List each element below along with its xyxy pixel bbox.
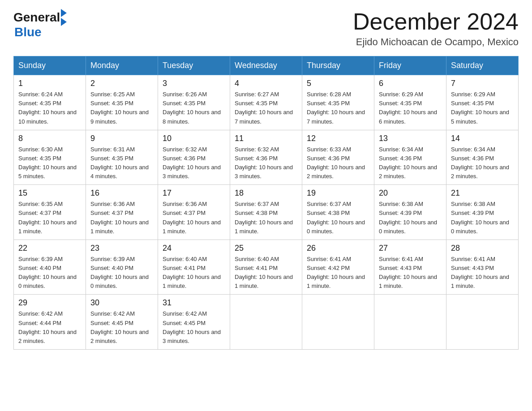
day-info: Sunrise: 6:33 AMSunset: 4:36 PMDaylight:… (307, 146, 365, 180)
day-number: 9 (90, 134, 153, 143)
calendar-cell: 29 Sunrise: 6:42 AMSunset: 4:44 PMDaylig… (14, 295, 86, 350)
day-number: 8 (18, 134, 81, 143)
day-header-wednesday: Wednesday (230, 56, 302, 75)
day-info: Sunrise: 6:29 AMSunset: 4:35 PMDaylight:… (451, 91, 509, 124)
calendar-cell (446, 295, 519, 350)
day-info: Sunrise: 6:42 AMSunset: 4:44 PMDaylight:… (18, 310, 77, 344)
day-number: 15 (18, 188, 81, 198)
day-header-tuesday: Tuesday (158, 56, 230, 75)
day-info: Sunrise: 6:41 AMSunset: 4:43 PMDaylight:… (379, 256, 437, 289)
calendar-week-row: 29 Sunrise: 6:42 AMSunset: 4:44 PMDaylig… (14, 295, 519, 350)
day-number: 31 (163, 298, 225, 308)
days-header-row: SundayMondayTuesdayWednesdayThursdayFrid… (14, 56, 519, 75)
day-number: 28 (451, 244, 514, 253)
calendar-week-row: 1 Sunrise: 6:24 AMSunset: 4:35 PMDayligh… (14, 75, 519, 130)
day-header-monday: Monday (86, 56, 158, 75)
day-info: Sunrise: 6:40 AMSunset: 4:41 PMDaylight:… (235, 256, 293, 289)
calendar-cell: 20 Sunrise: 6:38 AMSunset: 4:39 PMDaylig… (374, 185, 446, 240)
calendar-cell (302, 295, 374, 350)
day-info: Sunrise: 6:34 AMSunset: 4:36 PMDaylight:… (379, 146, 437, 180)
day-number: 10 (163, 134, 225, 143)
day-number: 16 (90, 188, 153, 198)
day-number: 17 (163, 188, 225, 198)
day-info: Sunrise: 6:40 AMSunset: 4:41 PMDaylight:… (163, 256, 221, 289)
calendar-cell: 5 Sunrise: 6:28 AMSunset: 4:35 PMDayligh… (302, 75, 374, 130)
day-number: 3 (163, 79, 225, 88)
day-header-sunday: Sunday (14, 56, 86, 75)
calendar-cell: 22 Sunrise: 6:39 AMSunset: 4:40 PMDaylig… (14, 240, 86, 295)
day-info: Sunrise: 6:36 AMSunset: 4:37 PMDaylight:… (163, 201, 221, 234)
calendar-cell (230, 295, 302, 350)
calendar-table: SundayMondayTuesdayWednesdayThursdayFrid… (13, 56, 519, 350)
day-number: 14 (451, 134, 514, 143)
calendar-cell: 12 Sunrise: 6:33 AMSunset: 4:36 PMDaylig… (302, 130, 374, 185)
calendar-cell: 15 Sunrise: 6:35 AMSunset: 4:37 PMDaylig… (14, 185, 86, 240)
day-info: Sunrise: 6:28 AMSunset: 4:35 PMDaylight:… (307, 91, 365, 124)
day-number: 25 (235, 244, 297, 253)
day-info: Sunrise: 6:27 AMSunset: 4:35 PMDaylight:… (235, 91, 293, 124)
calendar-cell: 25 Sunrise: 6:40 AMSunset: 4:41 PMDaylig… (230, 240, 302, 295)
calendar-cell: 30 Sunrise: 6:42 AMSunset: 4:45 PMDaylig… (86, 295, 158, 350)
calendar-cell: 3 Sunrise: 6:26 AMSunset: 4:35 PMDayligh… (158, 75, 230, 130)
calendar-week-row: 8 Sunrise: 6:30 AMSunset: 4:35 PMDayligh… (14, 130, 519, 185)
calendar-cell: 11 Sunrise: 6:32 AMSunset: 4:36 PMDaylig… (230, 130, 302, 185)
calendar-cell: 28 Sunrise: 6:41 AMSunset: 4:43 PMDaylig… (446, 240, 519, 295)
day-number: 20 (379, 188, 442, 198)
calendar-week-row: 15 Sunrise: 6:35 AMSunset: 4:37 PMDaylig… (14, 185, 519, 240)
calendar-cell: 7 Sunrise: 6:29 AMSunset: 4:35 PMDayligh… (446, 75, 519, 130)
logo-general-text: General (13, 11, 60, 24)
day-info: Sunrise: 6:37 AMSunset: 4:38 PMDaylight:… (307, 201, 365, 234)
calendar-cell: 16 Sunrise: 6:36 AMSunset: 4:37 PMDaylig… (86, 185, 158, 240)
calendar-cell: 27 Sunrise: 6:41 AMSunset: 4:43 PMDaylig… (374, 240, 446, 295)
day-number: 5 (307, 79, 369, 88)
day-info: Sunrise: 6:38 AMSunset: 4:39 PMDaylight:… (379, 201, 437, 234)
day-number: 22 (18, 244, 81, 253)
day-info: Sunrise: 6:39 AMSunset: 4:40 PMDaylight:… (90, 256, 149, 289)
calendar-cell (374, 295, 446, 350)
logo-blue-text: Blue (13, 26, 67, 39)
day-number: 7 (451, 79, 514, 88)
month-title: December 2024 (353, 9, 519, 34)
day-number: 24 (163, 244, 225, 253)
day-number: 23 (90, 244, 153, 253)
day-info: Sunrise: 6:31 AMSunset: 4:35 PMDaylight:… (90, 146, 149, 180)
calendar-cell: 9 Sunrise: 6:31 AMSunset: 4:35 PMDayligh… (86, 130, 158, 185)
title-section: December 2024 Ejido Michoacan de Ocampo,… (353, 9, 519, 48)
day-info: Sunrise: 6:37 AMSunset: 4:38 PMDaylight:… (235, 201, 293, 234)
day-info: Sunrise: 6:41 AMSunset: 4:43 PMDaylight:… (451, 256, 509, 289)
day-info: Sunrise: 6:39 AMSunset: 4:40 PMDaylight:… (18, 256, 77, 289)
day-header-friday: Friday (374, 56, 446, 75)
day-info: Sunrise: 6:36 AMSunset: 4:37 PMDaylight:… (90, 201, 149, 234)
calendar-cell: 23 Sunrise: 6:39 AMSunset: 4:40 PMDaylig… (86, 240, 158, 295)
page-header: General Blue December 2024 Ejido Michoac… (13, 9, 519, 48)
day-info: Sunrise: 6:32 AMSunset: 4:36 PMDaylight:… (235, 146, 293, 180)
day-info: Sunrise: 6:32 AMSunset: 4:36 PMDaylight:… (163, 146, 221, 180)
calendar-cell: 10 Sunrise: 6:32 AMSunset: 4:36 PMDaylig… (158, 130, 230, 185)
calendar-cell: 26 Sunrise: 6:41 AMSunset: 4:42 PMDaylig… (302, 240, 374, 295)
day-number: 13 (379, 134, 442, 143)
day-number: 4 (235, 79, 297, 88)
calendar-cell: 18 Sunrise: 6:37 AMSunset: 4:38 PMDaylig… (230, 185, 302, 240)
calendar-cell: 2 Sunrise: 6:25 AMSunset: 4:35 PMDayligh… (86, 75, 158, 130)
day-number: 30 (90, 298, 153, 308)
day-info: Sunrise: 6:24 AMSunset: 4:35 PMDaylight:… (18, 91, 77, 124)
day-number: 19 (307, 188, 369, 198)
day-info: Sunrise: 6:25 AMSunset: 4:35 PMDaylight:… (90, 91, 149, 124)
calendar-week-row: 22 Sunrise: 6:39 AMSunset: 4:40 PMDaylig… (14, 240, 519, 295)
day-info: Sunrise: 6:34 AMSunset: 4:36 PMDaylight:… (451, 146, 509, 180)
day-info: Sunrise: 6:38 AMSunset: 4:39 PMDaylight:… (451, 201, 509, 234)
day-info: Sunrise: 6:42 AMSunset: 4:45 PMDaylight:… (90, 310, 149, 344)
calendar-cell: 31 Sunrise: 6:42 AMSunset: 4:45 PMDaylig… (158, 295, 230, 350)
calendar-cell: 14 Sunrise: 6:34 AMSunset: 4:36 PMDaylig… (446, 130, 519, 185)
day-number: 29 (18, 298, 81, 308)
day-info: Sunrise: 6:42 AMSunset: 4:45 PMDaylight:… (163, 310, 221, 344)
day-number: 27 (379, 244, 442, 253)
logo: General Blue (13, 9, 67, 39)
day-number: 11 (235, 134, 297, 143)
day-info: Sunrise: 6:35 AMSunset: 4:37 PMDaylight:… (18, 201, 77, 234)
day-info: Sunrise: 6:26 AMSunset: 4:35 PMDaylight:… (163, 91, 221, 124)
day-header-saturday: Saturday (446, 56, 519, 75)
calendar-cell: 8 Sunrise: 6:30 AMSunset: 4:35 PMDayligh… (14, 130, 86, 185)
day-number: 6 (379, 79, 442, 88)
day-number: 26 (307, 244, 369, 253)
